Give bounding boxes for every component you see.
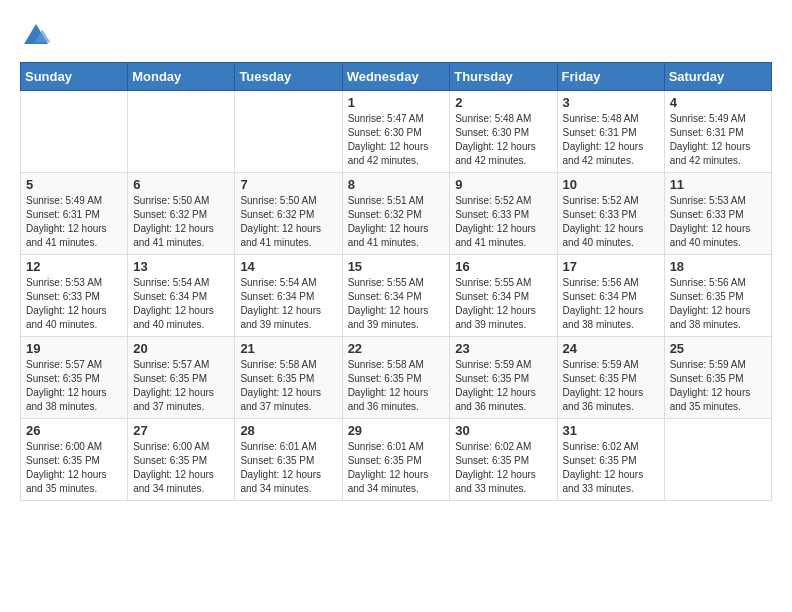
day-info: Sunrise: 6:02 AMSunset: 6:35 PMDaylight:…	[563, 440, 659, 496]
calendar-cell: 30Sunrise: 6:02 AMSunset: 6:35 PMDayligh…	[450, 419, 557, 501]
calendar-cell: 14Sunrise: 5:54 AMSunset: 6:34 PMDayligh…	[235, 255, 342, 337]
day-number: 29	[348, 423, 445, 438]
calendar-week-5: 26Sunrise: 6:00 AMSunset: 6:35 PMDayligh…	[21, 419, 772, 501]
day-number: 24	[563, 341, 659, 356]
day-info: Sunrise: 5:58 AMSunset: 6:35 PMDaylight:…	[240, 358, 336, 414]
calendar-cell: 9Sunrise: 5:52 AMSunset: 6:33 PMDaylight…	[450, 173, 557, 255]
day-info: Sunrise: 5:49 AMSunset: 6:31 PMDaylight:…	[670, 112, 766, 168]
calendar-cell	[664, 419, 771, 501]
calendar-cell: 1Sunrise: 5:47 AMSunset: 6:30 PMDaylight…	[342, 91, 450, 173]
day-number: 8	[348, 177, 445, 192]
day-info: Sunrise: 5:56 AMSunset: 6:35 PMDaylight:…	[670, 276, 766, 332]
calendar-week-1: 1Sunrise: 5:47 AMSunset: 6:30 PMDaylight…	[21, 91, 772, 173]
day-info: Sunrise: 6:00 AMSunset: 6:35 PMDaylight:…	[26, 440, 122, 496]
day-number: 7	[240, 177, 336, 192]
day-info: Sunrise: 5:48 AMSunset: 6:30 PMDaylight:…	[455, 112, 551, 168]
day-info: Sunrise: 5:55 AMSunset: 6:34 PMDaylight:…	[455, 276, 551, 332]
calendar-cell: 11Sunrise: 5:53 AMSunset: 6:33 PMDayligh…	[664, 173, 771, 255]
day-info: Sunrise: 5:55 AMSunset: 6:34 PMDaylight:…	[348, 276, 445, 332]
calendar-cell: 19Sunrise: 5:57 AMSunset: 6:35 PMDayligh…	[21, 337, 128, 419]
calendar-cell: 7Sunrise: 5:50 AMSunset: 6:32 PMDaylight…	[235, 173, 342, 255]
calendar-cell	[21, 91, 128, 173]
day-number: 27	[133, 423, 229, 438]
day-number: 15	[348, 259, 445, 274]
day-info: Sunrise: 5:57 AMSunset: 6:35 PMDaylight:…	[133, 358, 229, 414]
calendar-cell: 8Sunrise: 5:51 AMSunset: 6:32 PMDaylight…	[342, 173, 450, 255]
day-info: Sunrise: 6:01 AMSunset: 6:35 PMDaylight:…	[240, 440, 336, 496]
day-number: 23	[455, 341, 551, 356]
calendar-cell: 24Sunrise: 5:59 AMSunset: 6:35 PMDayligh…	[557, 337, 664, 419]
day-number: 19	[26, 341, 122, 356]
day-info: Sunrise: 6:00 AMSunset: 6:35 PMDaylight:…	[133, 440, 229, 496]
calendar-cell	[128, 91, 235, 173]
calendar-cell	[235, 91, 342, 173]
day-info: Sunrise: 5:52 AMSunset: 6:33 PMDaylight:…	[563, 194, 659, 250]
calendar-week-4: 19Sunrise: 5:57 AMSunset: 6:35 PMDayligh…	[21, 337, 772, 419]
day-number: 5	[26, 177, 122, 192]
calendar-cell: 25Sunrise: 5:59 AMSunset: 6:35 PMDayligh…	[664, 337, 771, 419]
column-header-monday: Monday	[128, 63, 235, 91]
day-info: Sunrise: 6:02 AMSunset: 6:35 PMDaylight:…	[455, 440, 551, 496]
calendar-cell: 17Sunrise: 5:56 AMSunset: 6:34 PMDayligh…	[557, 255, 664, 337]
calendar-cell: 31Sunrise: 6:02 AMSunset: 6:35 PMDayligh…	[557, 419, 664, 501]
calendar-cell: 27Sunrise: 6:00 AMSunset: 6:35 PMDayligh…	[128, 419, 235, 501]
day-number: 28	[240, 423, 336, 438]
calendar-table: SundayMondayTuesdayWednesdayThursdayFrid…	[20, 62, 772, 501]
day-number: 20	[133, 341, 229, 356]
day-number: 1	[348, 95, 445, 110]
day-number: 3	[563, 95, 659, 110]
day-info: Sunrise: 5:49 AMSunset: 6:31 PMDaylight:…	[26, 194, 122, 250]
day-info: Sunrise: 5:57 AMSunset: 6:35 PMDaylight:…	[26, 358, 122, 414]
calendar-cell: 3Sunrise: 5:48 AMSunset: 6:31 PMDaylight…	[557, 91, 664, 173]
calendar-cell: 22Sunrise: 5:58 AMSunset: 6:35 PMDayligh…	[342, 337, 450, 419]
day-info: Sunrise: 5:48 AMSunset: 6:31 PMDaylight:…	[563, 112, 659, 168]
calendar-cell: 6Sunrise: 5:50 AMSunset: 6:32 PMDaylight…	[128, 173, 235, 255]
calendar-cell: 13Sunrise: 5:54 AMSunset: 6:34 PMDayligh…	[128, 255, 235, 337]
logo	[20, 20, 54, 52]
day-number: 21	[240, 341, 336, 356]
day-info: Sunrise: 6:01 AMSunset: 6:35 PMDaylight:…	[348, 440, 445, 496]
day-info: Sunrise: 5:51 AMSunset: 6:32 PMDaylight:…	[348, 194, 445, 250]
day-number: 4	[670, 95, 766, 110]
day-number: 16	[455, 259, 551, 274]
day-info: Sunrise: 5:59 AMSunset: 6:35 PMDaylight:…	[563, 358, 659, 414]
day-info: Sunrise: 5:59 AMSunset: 6:35 PMDaylight:…	[670, 358, 766, 414]
logo-icon	[20, 20, 52, 52]
calendar-header-row: SundayMondayTuesdayWednesdayThursdayFrid…	[21, 63, 772, 91]
day-info: Sunrise: 5:54 AMSunset: 6:34 PMDaylight:…	[240, 276, 336, 332]
column-header-sunday: Sunday	[21, 63, 128, 91]
day-info: Sunrise: 5:56 AMSunset: 6:34 PMDaylight:…	[563, 276, 659, 332]
calendar-cell: 29Sunrise: 6:01 AMSunset: 6:35 PMDayligh…	[342, 419, 450, 501]
day-info: Sunrise: 5:58 AMSunset: 6:35 PMDaylight:…	[348, 358, 445, 414]
column-header-friday: Friday	[557, 63, 664, 91]
calendar-cell: 12Sunrise: 5:53 AMSunset: 6:33 PMDayligh…	[21, 255, 128, 337]
day-number: 31	[563, 423, 659, 438]
day-number: 22	[348, 341, 445, 356]
page-header	[20, 20, 772, 52]
calendar-cell: 16Sunrise: 5:55 AMSunset: 6:34 PMDayligh…	[450, 255, 557, 337]
day-number: 17	[563, 259, 659, 274]
calendar-cell: 15Sunrise: 5:55 AMSunset: 6:34 PMDayligh…	[342, 255, 450, 337]
column-header-saturday: Saturday	[664, 63, 771, 91]
day-info: Sunrise: 5:47 AMSunset: 6:30 PMDaylight:…	[348, 112, 445, 168]
day-number: 25	[670, 341, 766, 356]
day-number: 11	[670, 177, 766, 192]
day-info: Sunrise: 5:53 AMSunset: 6:33 PMDaylight:…	[670, 194, 766, 250]
calendar-cell: 18Sunrise: 5:56 AMSunset: 6:35 PMDayligh…	[664, 255, 771, 337]
day-info: Sunrise: 5:52 AMSunset: 6:33 PMDaylight:…	[455, 194, 551, 250]
day-number: 14	[240, 259, 336, 274]
day-number: 18	[670, 259, 766, 274]
calendar-cell: 5Sunrise: 5:49 AMSunset: 6:31 PMDaylight…	[21, 173, 128, 255]
day-number: 13	[133, 259, 229, 274]
day-info: Sunrise: 5:50 AMSunset: 6:32 PMDaylight:…	[240, 194, 336, 250]
calendar-cell: 2Sunrise: 5:48 AMSunset: 6:30 PMDaylight…	[450, 91, 557, 173]
calendar-cell: 10Sunrise: 5:52 AMSunset: 6:33 PMDayligh…	[557, 173, 664, 255]
calendar-cell: 20Sunrise: 5:57 AMSunset: 6:35 PMDayligh…	[128, 337, 235, 419]
day-info: Sunrise: 5:50 AMSunset: 6:32 PMDaylight:…	[133, 194, 229, 250]
calendar-cell: 23Sunrise: 5:59 AMSunset: 6:35 PMDayligh…	[450, 337, 557, 419]
day-number: 9	[455, 177, 551, 192]
day-info: Sunrise: 5:53 AMSunset: 6:33 PMDaylight:…	[26, 276, 122, 332]
day-number: 30	[455, 423, 551, 438]
calendar-cell: 26Sunrise: 6:00 AMSunset: 6:35 PMDayligh…	[21, 419, 128, 501]
day-number: 12	[26, 259, 122, 274]
